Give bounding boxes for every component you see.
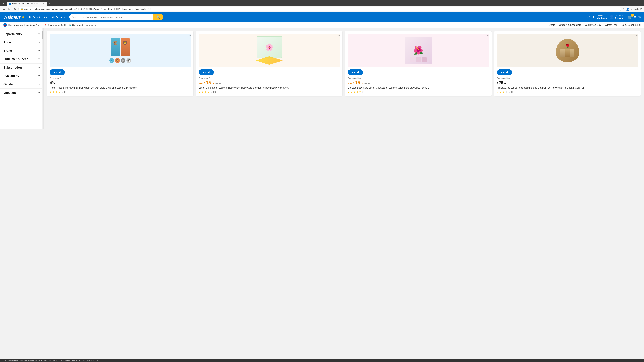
wishlist-button-1[interactable]: ♡ [188, 33, 191, 37]
add-button-3[interactable]: + Add [348, 69, 363, 75]
subscription-filter-title: Subscription [3, 66, 22, 69]
tab-back-history[interactable]: ◀ [1, 2, 5, 5]
price-filter-title: Price [3, 41, 11, 44]
profile-icon[interactable]: 👤 [626, 7, 630, 11]
sub-header: 🚗 How do you want your items? ⌄ 📍 Sacram… [0, 22, 644, 28]
new-tab-button[interactable]: + [47, 1, 52, 6]
account-button[interactable]: 👤 Hi, Lauren D Account [609, 15, 625, 19]
price-cents-1: 97 [54, 82, 56, 85]
add-button-2[interactable]: + Add [199, 69, 214, 75]
sponsored-label-4: Sponsored i [497, 77, 638, 79]
departments-filter-header[interactable]: Departments ∨ [3, 32, 40, 36]
star-2-5: ★ [210, 91, 212, 93]
sponsored-info-icon-4[interactable]: i [507, 77, 510, 79]
price-dollar-2: $ [204, 82, 205, 85]
search-input[interactable] [69, 14, 154, 20]
star-4-1: ★ [497, 91, 499, 93]
price-now-label-3: Now [348, 82, 352, 85]
lock-icon: 🔒 [21, 8, 23, 10]
sponsored-text-2: Sponsored [199, 77, 208, 79]
sidebar-scrollbar-thumb[interactable] [42, 31, 44, 39]
gender-filter-header[interactable]: Gender ∨ [3, 83, 40, 86]
reorder-button[interactable]: ↻ Reorder My Items [593, 15, 607, 19]
departments-button[interactable]: ⊞ Departments [28, 14, 48, 20]
search-button[interactable]: 🔍 [154, 14, 163, 20]
fulfillment-filter-header[interactable]: Fulfillment Speed ∨ [3, 57, 40, 61]
refresh-button[interactable]: ↻ [13, 7, 17, 11]
product-name-4: Freida & Joe White Rose Jasmine Spa Bath… [497, 86, 638, 90]
cart-price: $51.15 [634, 16, 641, 18]
star-2-3: ★ [204, 91, 206, 93]
deals-link[interactable]: Deals [549, 24, 555, 26]
departments-chevron-icon: ∨ [38, 32, 40, 36]
wishlist-button[interactable]: ♡ [587, 15, 590, 19]
services-button[interactable]: ⊕ Services [51, 14, 66, 20]
product-image-2: 🌸 [199, 34, 340, 67]
sponsored-label-3: Sponsored i [348, 77, 489, 79]
star-3-5: ½ [359, 91, 361, 93]
product-card-3: ♡ 🌺 + Add Sponsored i [345, 31, 492, 96]
browser-tab-active[interactable]: ✦ Personal Care Gift Sets in Perso... ✕ [6, 1, 47, 6]
subscription-filter-header[interactable]: Subscription ∨ [3, 66, 40, 69]
url-text: walmart.com/browse/personal-care/persona… [24, 8, 618, 10]
delivery-method-button[interactable]: 🚗 How do you want your items? ⌄ [3, 23, 40, 27]
account-greeting: Hi, Lauren D [615, 15, 625, 17]
price-row-1: $ 9 97 [50, 80, 191, 85]
filter-brand: Brand ∨ [0, 47, 44, 55]
sponsored-text-4: Sponsored [497, 77, 507, 79]
star-2-2: ★ [202, 91, 204, 93]
add-button-4[interactable]: + Add [497, 69, 512, 75]
availability-filter-title: Availability [3, 74, 19, 78]
gender-chevron-icon: ∨ [38, 83, 40, 86]
price-row-3: Now $ 15 74 $29.99 [348, 80, 489, 85]
filter-lifestage: Lifestage ∨ [0, 89, 44, 97]
star-1-1: ★ [50, 91, 52, 93]
review-count-1: 18 [64, 91, 66, 93]
cold-flu-link[interactable]: Cold, Cough & Flu [622, 24, 641, 26]
wishlist-button-2[interactable]: ♡ [338, 33, 340, 37]
star-3-4: ★ [356, 91, 358, 93]
product-image-3: 🌺 [348, 34, 489, 67]
grocery-link[interactable]: Grocery & Essentials [559, 24, 581, 26]
minimize-button[interactable]: ─ [627, 2, 632, 5]
product-name-3: Be Love Body Care Lotion Gift Sets for W… [348, 86, 489, 90]
address-bar[interactable]: 🔒 walmart.com/browse/personal-care/perso… [18, 7, 621, 11]
price-was-2: $29.99 [215, 82, 221, 85]
sidebar-scrollbar[interactable] [42, 28, 44, 129]
sponsored-info-icon-2[interactable]: i [209, 77, 212, 79]
location-button[interactable]: 📍 Sacramento, 95829 [44, 24, 66, 26]
star-3-3: ★ [354, 91, 356, 93]
sponsored-text-3: Sponsored [348, 77, 358, 79]
availability-filter-header[interactable]: Availability ∨ [3, 74, 40, 78]
subscription-chevron-icon: ∨ [38, 66, 40, 69]
location-text: Sacramento, 95829 [48, 24, 66, 26]
departments-label: Departments [32, 16, 47, 18]
walmart-spark-icon: ✦ [21, 14, 25, 20]
price-filter-header[interactable]: Price ∨ [3, 41, 40, 44]
valentines-link[interactable]: Valentine's Day [585, 24, 601, 26]
wishlist-button-3[interactable]: ♡ [486, 33, 490, 37]
tab-close-button[interactable]: ✕ [43, 2, 44, 5]
lifestage-filter-header[interactable]: Lifestage ∨ [3, 91, 40, 94]
star-3-1: ★ [348, 91, 350, 93]
back-button[interactable]: ◀ [2, 7, 6, 11]
cart-button[interactable]: 🛒 8 $51.15 [628, 15, 641, 19]
gender-filter-title: Gender [3, 83, 14, 86]
brand-filter-header[interactable]: Brand ∨ [3, 49, 40, 53]
sponsored-info-icon-3[interactable]: i [358, 77, 360, 79]
bookmark-icon[interactable]: ☆ [622, 7, 625, 11]
forward-button[interactable]: ▶ [8, 7, 12, 11]
walmart-logo-link[interactable]: Walmart ✦ [3, 14, 25, 20]
product-name-2: Lotion Gift Sets for Women, Rose Water B… [199, 86, 340, 90]
close-button[interactable]: ✕ [637, 2, 643, 5]
wishlist-button-4[interactable]: ♡ [636, 33, 639, 37]
reorder-icon: ↻ [593, 15, 596, 19]
winter-prep-link[interactable]: Winter Prep [605, 24, 618, 26]
price-integer-2: 15 [206, 80, 211, 85]
add-button-1[interactable]: + Add [50, 69, 65, 75]
review-count-4: 39 [511, 91, 513, 93]
incognito-label: Incognito (3) [631, 8, 642, 10]
maximize-button[interactable]: □ [632, 2, 637, 5]
store-button[interactable]: 🏪 Sacramento Supercenter [69, 24, 96, 26]
sponsored-info-icon-1[interactable]: i [60, 77, 62, 79]
